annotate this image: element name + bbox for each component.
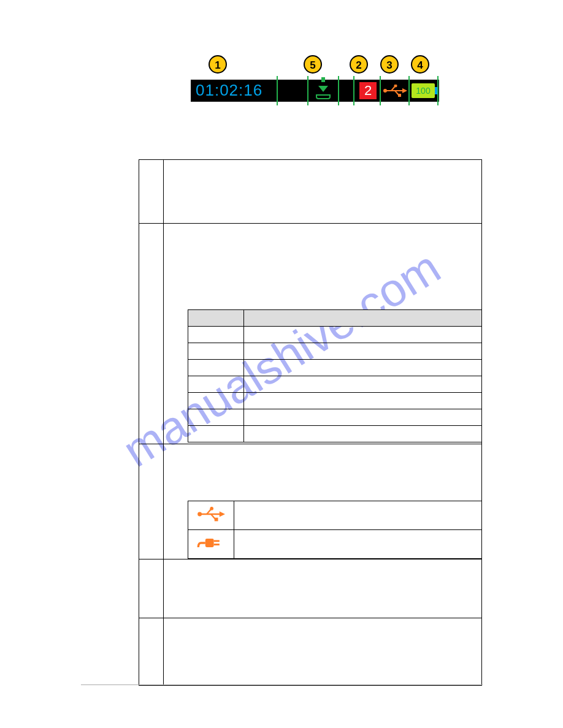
callout-badge-3: 3 — [380, 55, 399, 74]
status-bar-background: 01:02:16 2 100 — [191, 80, 439, 102]
alert-count-badge: 2 — [359, 82, 377, 99]
table-row — [188, 426, 482, 442]
status-divider — [277, 76, 278, 105]
svg-line-3 — [391, 86, 395, 91]
table-row — [139, 160, 482, 224]
battery-value: 100 — [416, 86, 430, 96]
footer-divider — [81, 684, 483, 685]
status-bar-figure: 01:02:16 2 100 — [191, 80, 439, 104]
status-divider — [338, 76, 339, 105]
callout-badge-4: 4 — [411, 55, 429, 74]
table-row — [188, 393, 482, 409]
table-row — [188, 343, 482, 360]
color-code-table — [188, 309, 482, 442]
callout-badge-1: 1 — [209, 55, 227, 74]
table-row — [188, 376, 482, 393]
svg-marker-8 — [220, 511, 225, 517]
table-row — [188, 360, 482, 376]
status-divider — [437, 76, 439, 105]
table-row — [139, 559, 482, 618]
callout-badge-5: 5 — [304, 55, 322, 74]
table-row — [188, 327, 482, 343]
svg-point-2 — [383, 89, 387, 93]
usb-icon — [197, 513, 225, 523]
table-row — [188, 409, 482, 426]
usb-description — [234, 501, 482, 530]
save-to-disk-icon — [315, 82, 332, 99]
callout-badge-2: 2 — [350, 55, 368, 74]
usb-icon — [383, 85, 407, 97]
meaning-header — [244, 310, 482, 327]
status-divider — [307, 76, 308, 105]
svg-rect-15 — [214, 540, 220, 542]
svg-point-9 — [197, 512, 202, 517]
elapsed-time: 01:02:16 — [196, 81, 262, 100]
color-header — [188, 310, 244, 327]
svg-marker-1 — [402, 88, 407, 93]
table-row — [188, 501, 482, 530]
svg-rect-16 — [214, 544, 220, 545]
table-row — [188, 530, 482, 559]
battery-level: 100 — [412, 83, 435, 98]
plug-icon — [197, 543, 225, 553]
svg-rect-14 — [205, 539, 214, 547]
svg-rect-13 — [215, 518, 218, 521]
connection-icon-table — [188, 501, 482, 559]
status-divider — [408, 76, 410, 105]
svg-rect-6 — [398, 94, 401, 97]
table-row — [139, 618, 482, 686]
status-divider — [380, 76, 381, 105]
status-divider — [353, 76, 354, 105]
svg-line-10 — [207, 509, 211, 514]
svg-point-11 — [210, 507, 213, 510]
plug-description — [234, 530, 482, 559]
